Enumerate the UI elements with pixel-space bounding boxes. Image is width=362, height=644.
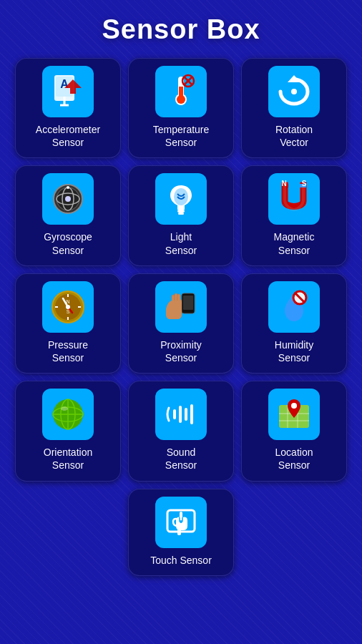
sensor-gyroscope[interactable]: GyroscopeSensor (15, 165, 121, 265)
svg-point-19 (67, 186, 69, 189)
accelerometer-icon: A (49, 72, 87, 111)
humidity-label: HumiditySensor (275, 338, 313, 364)
proximity-icon-box (155, 281, 207, 333)
sensor-touch[interactable]: Touch Sensor (128, 489, 234, 576)
light-label: LightSensor (165, 230, 197, 256)
proximity-icon (162, 288, 200, 326)
orientation-icon (49, 395, 87, 434)
sensor-light[interactable]: LightSensor (128, 165, 234, 265)
svg-text:A: A (60, 78, 69, 90)
accelerometer-icon-box: A (42, 66, 94, 117)
svg-point-8 (177, 95, 185, 104)
location-icon (275, 395, 313, 434)
rotation-label: RotationVector (275, 123, 313, 149)
pressure-icon: N S (49, 288, 87, 326)
touch-icon-box (155, 497, 207, 548)
light-icon (162, 180, 200, 218)
touch-row: Touch Sensor (121, 489, 241, 576)
sensor-rotation[interactable]: RotationVector (241, 58, 347, 158)
svg-rect-20 (177, 210, 185, 213)
svg-text:N: N (281, 180, 286, 187)
rotation-icon-box (268, 66, 320, 117)
light-icon-box (155, 173, 207, 225)
sensor-temperature[interactable]: TemperatureSensor (128, 58, 234, 158)
gyroscope-icon (49, 180, 87, 218)
temperature-icon-box (155, 66, 207, 117)
temperature-icon (162, 72, 200, 111)
sound-label: SoundSensor (165, 446, 197, 472)
location-icon-box (268, 389, 320, 440)
svg-point-13 (291, 89, 297, 94)
magnetic-icon: N S (275, 180, 313, 218)
svg-rect-39 (183, 296, 193, 310)
humidity-icon-box (268, 281, 320, 333)
svg-text:S: S (302, 180, 307, 187)
pressure-label: PressureSensor (48, 338, 88, 364)
location-label: LocationSensor (275, 446, 313, 472)
svg-point-18 (65, 196, 71, 202)
orientation-icon-box (42, 389, 94, 440)
svg-text:N: N (66, 299, 69, 304)
gyroscope-label: GyroscopeSensor (44, 230, 92, 256)
sensor-location[interactable]: LocationSensor (241, 381, 347, 481)
orientation-label: OrientationSensor (44, 446, 92, 472)
svg-text:S: S (67, 309, 70, 314)
rotation-icon (275, 72, 313, 111)
magnetic-label: MagneticSensor (274, 230, 315, 256)
pressure-icon-box: N S (42, 281, 94, 333)
touch-icon (162, 503, 200, 542)
proximity-label: ProximitySensor (160, 338, 202, 364)
sound-icon (162, 395, 200, 434)
accelerometer-label: AccelerometerSensor (36, 123, 100, 149)
app-title: Sensor Box (102, 14, 260, 45)
sound-icon-box (155, 389, 207, 440)
sensor-grid: A AccelerometerSensor TemperatureSensor (8, 58, 354, 482)
sensor-proximity[interactable]: ProximitySensor (128, 273, 234, 374)
svg-point-50 (291, 403, 297, 409)
sensor-sound[interactable]: SoundSensor (128, 381, 234, 481)
gyroscope-icon-box (42, 173, 94, 225)
magnetic-icon-box: N S (268, 173, 320, 225)
sensor-orientation[interactable]: OrientationSensor (15, 381, 121, 481)
temperature-label: TemperatureSensor (153, 123, 210, 149)
sensor-humidity[interactable]: HumiditySensor (241, 273, 347, 374)
svg-point-52 (180, 520, 182, 523)
sensor-pressure[interactable]: N S PressureSensor (15, 273, 121, 374)
svg-rect-21 (178, 213, 184, 215)
sensor-magnetic[interactable]: N S MagneticSensor (241, 165, 347, 265)
svg-point-48 (61, 406, 68, 411)
touch-label: Touch Sensor (150, 554, 212, 567)
humidity-icon (275, 288, 313, 326)
sensor-accelerometer[interactable]: A AccelerometerSensor (15, 58, 121, 158)
